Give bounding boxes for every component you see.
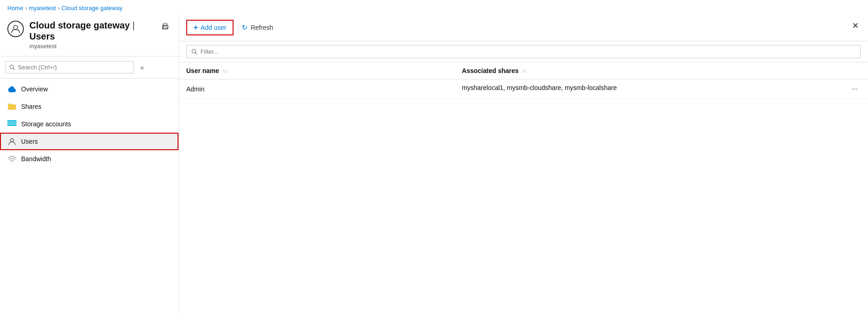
sidebar-nav: Overview Shares (0, 79, 178, 169)
cloud-icon (7, 84, 17, 94)
refresh-button[interactable]: ↻ Refresh (237, 21, 278, 34)
svg-rect-7 (7, 124, 17, 126)
close-button[interactable]: ✕ (850, 19, 861, 33)
user-icon (7, 137, 17, 146)
sidebar-item-users[interactable]: Users (0, 133, 178, 150)
sidebar-item-users-label: Users (21, 138, 38, 145)
cell-username: Admin (179, 79, 455, 99)
refresh-icon: ↻ (242, 23, 248, 32)
users-table: User name ↑↓ Associated shares ↑↓ Admin (179, 62, 868, 99)
sort-icon-username: ↑↓ (223, 69, 227, 73)
svg-point-4 (163, 26, 164, 27)
filter-input[interactable] (186, 45, 861, 58)
add-user-button[interactable]: + Add user (186, 20, 234, 35)
content-area: ✕ + Add user ↻ Refresh User name (179, 14, 868, 313)
svg-point-8 (10, 139, 13, 142)
breadcrumb-sep-2: › (58, 5, 60, 11)
sidebar-header: Cloud storage gateway | Users myasetest (0, 14, 178, 56)
avatar (7, 21, 24, 37)
table-row: Admin mysharelocal1, mysmb-cloudshare, m… (179, 79, 868, 99)
page-subtitle: myasetest (29, 43, 154, 50)
svg-point-0 (14, 26, 18, 30)
row-ellipsis-button[interactable]: ··· (849, 84, 861, 94)
search-input[interactable] (6, 61, 134, 73)
sidebar-item-bandwidth-label: Bandwidth (21, 155, 51, 163)
svg-rect-6 (7, 123, 17, 124)
plus-icon: + (194, 23, 198, 32)
filter-bar (179, 41, 868, 62)
table-header-row: User name ↑↓ Associated shares ↑↓ (179, 62, 868, 79)
breadcrumb-home[interactable]: Home (7, 5, 23, 11)
print-icon[interactable] (159, 21, 171, 34)
svg-rect-3 (163, 27, 167, 29)
breadcrumb-sep-1: › (25, 5, 27, 11)
sidebar-item-shares-label: Shares (21, 103, 41, 110)
table-wrapper: User name ↑↓ Associated shares ↑↓ Admin (179, 62, 868, 313)
breadcrumb-current[interactable]: Cloud storage gateway (61, 5, 122, 11)
storage-icon (7, 119, 17, 129)
sidebar-item-overview[interactable]: Overview (0, 80, 178, 98)
sidebar-item-shares[interactable]: Shares (0, 98, 178, 115)
sidebar-item-storage-accounts-label: Storage accounts (21, 120, 71, 128)
page-title: Cloud storage gateway | Users (29, 20, 154, 42)
col-username[interactable]: User name ↑↓ (179, 62, 455, 79)
folder-icon (7, 102, 17, 111)
col-associated-shares[interactable]: Associated shares ↑↓ (455, 62, 868, 79)
sidebar-item-bandwidth[interactable]: Bandwidth (0, 150, 178, 168)
wifi-icon (7, 154, 17, 163)
sidebar: Cloud storage gateway | Users myasetest … (0, 14, 179, 313)
svg-rect-5 (7, 120, 17, 122)
sidebar-item-storage-accounts[interactable]: Storage accounts (0, 115, 178, 133)
sidebar-search-bar: « (0, 56, 178, 79)
breadcrumb-myasetest[interactable]: myasetest (29, 5, 56, 11)
sidebar-item-overview-label: Overview (21, 85, 48, 93)
svg-point-9 (11, 162, 12, 163)
collapse-button[interactable]: « (138, 62, 147, 73)
sort-icon-shares: ↑↓ (522, 69, 527, 73)
toolbar: + Add user ↻ Refresh (179, 14, 868, 41)
breadcrumb: Home › myasetest › Cloud storage gateway (0, 0, 868, 14)
cell-associated-shares: mysharelocal1, mysmb-cloudshare, mysmb-l… (455, 79, 868, 99)
